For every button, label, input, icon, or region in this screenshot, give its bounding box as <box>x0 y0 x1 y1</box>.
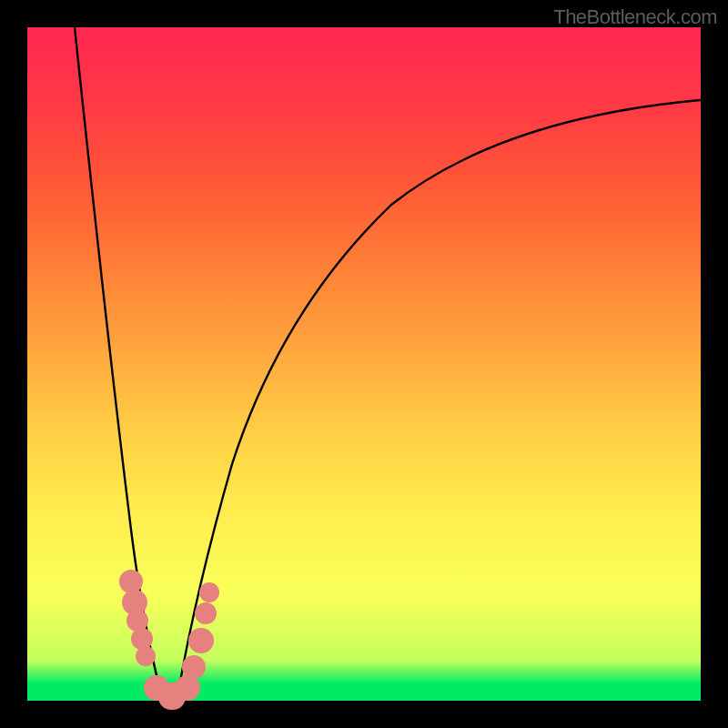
data-marker <box>199 582 219 602</box>
plot-area <box>27 27 701 701</box>
watermark-text: TheBottleneck.com <box>553 5 717 29</box>
data-marker <box>182 655 206 679</box>
curve-left-branch <box>75 27 162 697</box>
data-marker <box>175 675 200 701</box>
curve-right-branch <box>177 100 701 697</box>
data-marker <box>195 602 217 624</box>
chart-frame: TheBottleneck.com <box>0 0 728 728</box>
data-marker <box>136 646 156 666</box>
data-marker <box>188 628 214 653</box>
